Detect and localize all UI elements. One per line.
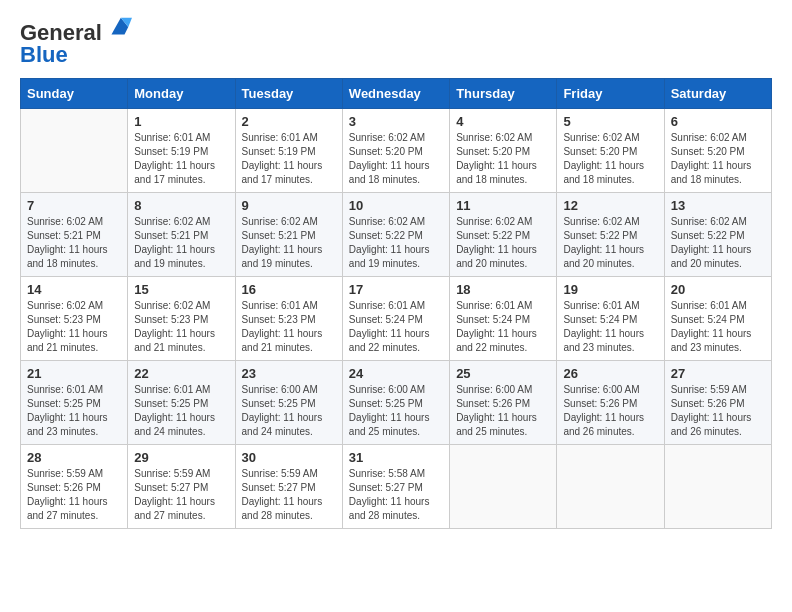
day-info: Sunrise: 5:59 AMSunset: 5:27 PMDaylight:… (134, 467, 228, 523)
day-info: Sunrise: 6:02 AMSunset: 5:22 PMDaylight:… (563, 215, 657, 271)
day-header-thursday: Thursday (450, 79, 557, 109)
day-number: 12 (563, 198, 657, 213)
calendar-cell: 18Sunrise: 6:01 AMSunset: 5:24 PMDayligh… (450, 277, 557, 361)
day-info: Sunrise: 6:01 AMSunset: 5:23 PMDaylight:… (242, 299, 336, 355)
day-info: Sunrise: 5:59 AMSunset: 5:26 PMDaylight:… (671, 383, 765, 439)
calendar-cell: 27Sunrise: 5:59 AMSunset: 5:26 PMDayligh… (664, 361, 771, 445)
calendar-cell: 28Sunrise: 5:59 AMSunset: 5:26 PMDayligh… (21, 445, 128, 529)
day-number: 19 (563, 282, 657, 297)
day-number: 9 (242, 198, 336, 213)
day-header-tuesday: Tuesday (235, 79, 342, 109)
day-info: Sunrise: 6:02 AMSunset: 5:23 PMDaylight:… (27, 299, 121, 355)
day-number: 24 (349, 366, 443, 381)
calendar-week-1: 1Sunrise: 6:01 AMSunset: 5:19 PMDaylight… (21, 109, 772, 193)
calendar-cell (664, 445, 771, 529)
header-row: SundayMondayTuesdayWednesdayThursdayFrid… (21, 79, 772, 109)
day-info: Sunrise: 6:02 AMSunset: 5:21 PMDaylight:… (134, 215, 228, 271)
day-number: 20 (671, 282, 765, 297)
calendar-cell: 7Sunrise: 6:02 AMSunset: 5:21 PMDaylight… (21, 193, 128, 277)
calendar-cell: 1Sunrise: 6:01 AMSunset: 5:19 PMDaylight… (128, 109, 235, 193)
day-header-monday: Monday (128, 79, 235, 109)
calendar-cell: 12Sunrise: 6:02 AMSunset: 5:22 PMDayligh… (557, 193, 664, 277)
calendar-table: SundayMondayTuesdayWednesdayThursdayFrid… (20, 78, 772, 529)
calendar-week-4: 21Sunrise: 6:01 AMSunset: 5:25 PMDayligh… (21, 361, 772, 445)
day-info: Sunrise: 5:59 AMSunset: 5:26 PMDaylight:… (27, 467, 121, 523)
day-info: Sunrise: 6:02 AMSunset: 5:20 PMDaylight:… (671, 131, 765, 187)
day-number: 22 (134, 366, 228, 381)
calendar-cell: 3Sunrise: 6:02 AMSunset: 5:20 PMDaylight… (342, 109, 449, 193)
calendar-cell: 20Sunrise: 6:01 AMSunset: 5:24 PMDayligh… (664, 277, 771, 361)
calendar-cell: 8Sunrise: 6:02 AMSunset: 5:21 PMDaylight… (128, 193, 235, 277)
day-number: 16 (242, 282, 336, 297)
day-number: 23 (242, 366, 336, 381)
day-header-wednesday: Wednesday (342, 79, 449, 109)
day-info: Sunrise: 6:01 AMSunset: 5:19 PMDaylight:… (242, 131, 336, 187)
day-number: 21 (27, 366, 121, 381)
calendar-cell: 2Sunrise: 6:01 AMSunset: 5:19 PMDaylight… (235, 109, 342, 193)
calendar-body: 1Sunrise: 6:01 AMSunset: 5:19 PMDaylight… (21, 109, 772, 529)
day-number: 17 (349, 282, 443, 297)
day-number: 10 (349, 198, 443, 213)
day-info: Sunrise: 6:01 AMSunset: 5:24 PMDaylight:… (563, 299, 657, 355)
calendar-cell: 10Sunrise: 6:02 AMSunset: 5:22 PMDayligh… (342, 193, 449, 277)
day-info: Sunrise: 6:01 AMSunset: 5:24 PMDaylight:… (456, 299, 550, 355)
day-number: 8 (134, 198, 228, 213)
day-info: Sunrise: 6:00 AMSunset: 5:26 PMDaylight:… (563, 383, 657, 439)
day-number: 4 (456, 114, 550, 129)
calendar-cell (557, 445, 664, 529)
calendar-header: SundayMondayTuesdayWednesdayThursdayFrid… (21, 79, 772, 109)
calendar-cell: 19Sunrise: 6:01 AMSunset: 5:24 PMDayligh… (557, 277, 664, 361)
day-number: 26 (563, 366, 657, 381)
calendar-cell: 6Sunrise: 6:02 AMSunset: 5:20 PMDaylight… (664, 109, 771, 193)
calendar-cell (450, 445, 557, 529)
day-number: 5 (563, 114, 657, 129)
calendar-cell: 5Sunrise: 6:02 AMSunset: 5:20 PMDaylight… (557, 109, 664, 193)
day-info: Sunrise: 6:02 AMSunset: 5:20 PMDaylight:… (456, 131, 550, 187)
calendar-cell (21, 109, 128, 193)
day-number: 15 (134, 282, 228, 297)
day-number: 13 (671, 198, 765, 213)
calendar-cell: 26Sunrise: 6:00 AMSunset: 5:26 PMDayligh… (557, 361, 664, 445)
day-info: Sunrise: 6:02 AMSunset: 5:22 PMDaylight:… (671, 215, 765, 271)
day-info: Sunrise: 6:02 AMSunset: 5:22 PMDaylight:… (349, 215, 443, 271)
calendar-cell: 17Sunrise: 6:01 AMSunset: 5:24 PMDayligh… (342, 277, 449, 361)
day-info: Sunrise: 6:01 AMSunset: 5:19 PMDaylight:… (134, 131, 228, 187)
calendar-cell: 4Sunrise: 6:02 AMSunset: 5:20 PMDaylight… (450, 109, 557, 193)
day-number: 28 (27, 450, 121, 465)
logo: General Blue (20, 20, 132, 68)
day-number: 7 (27, 198, 121, 213)
calendar-cell: 13Sunrise: 6:02 AMSunset: 5:22 PMDayligh… (664, 193, 771, 277)
day-number: 6 (671, 114, 765, 129)
calendar-cell: 9Sunrise: 6:02 AMSunset: 5:21 PMDaylight… (235, 193, 342, 277)
day-number: 30 (242, 450, 336, 465)
calendar-week-5: 28Sunrise: 5:59 AMSunset: 5:26 PMDayligh… (21, 445, 772, 529)
day-info: Sunrise: 6:02 AMSunset: 5:23 PMDaylight:… (134, 299, 228, 355)
logo-icon (104, 14, 132, 42)
day-number: 29 (134, 450, 228, 465)
page-header: General Blue (20, 20, 772, 68)
day-info: Sunrise: 6:02 AMSunset: 5:20 PMDaylight:… (349, 131, 443, 187)
calendar-cell: 15Sunrise: 6:02 AMSunset: 5:23 PMDayligh… (128, 277, 235, 361)
calendar-cell: 23Sunrise: 6:00 AMSunset: 5:25 PMDayligh… (235, 361, 342, 445)
day-info: Sunrise: 6:01 AMSunset: 5:24 PMDaylight:… (671, 299, 765, 355)
day-number: 3 (349, 114, 443, 129)
day-number: 2 (242, 114, 336, 129)
calendar-cell: 29Sunrise: 5:59 AMSunset: 5:27 PMDayligh… (128, 445, 235, 529)
calendar-cell: 14Sunrise: 6:02 AMSunset: 5:23 PMDayligh… (21, 277, 128, 361)
calendar-cell: 30Sunrise: 5:59 AMSunset: 5:27 PMDayligh… (235, 445, 342, 529)
day-number: 31 (349, 450, 443, 465)
calendar-cell: 22Sunrise: 6:01 AMSunset: 5:25 PMDayligh… (128, 361, 235, 445)
day-info: Sunrise: 6:02 AMSunset: 5:21 PMDaylight:… (242, 215, 336, 271)
day-info: Sunrise: 6:01 AMSunset: 5:24 PMDaylight:… (349, 299, 443, 355)
day-number: 18 (456, 282, 550, 297)
calendar-cell: 16Sunrise: 6:01 AMSunset: 5:23 PMDayligh… (235, 277, 342, 361)
day-header-saturday: Saturday (664, 79, 771, 109)
calendar-cell: 24Sunrise: 6:00 AMSunset: 5:25 PMDayligh… (342, 361, 449, 445)
day-info: Sunrise: 6:01 AMSunset: 5:25 PMDaylight:… (27, 383, 121, 439)
day-info: Sunrise: 6:02 AMSunset: 5:22 PMDaylight:… (456, 215, 550, 271)
day-info: Sunrise: 6:00 AMSunset: 5:25 PMDaylight:… (242, 383, 336, 439)
day-info: Sunrise: 6:02 AMSunset: 5:20 PMDaylight:… (563, 131, 657, 187)
day-info: Sunrise: 6:01 AMSunset: 5:25 PMDaylight:… (134, 383, 228, 439)
day-number: 1 (134, 114, 228, 129)
day-header-sunday: Sunday (21, 79, 128, 109)
